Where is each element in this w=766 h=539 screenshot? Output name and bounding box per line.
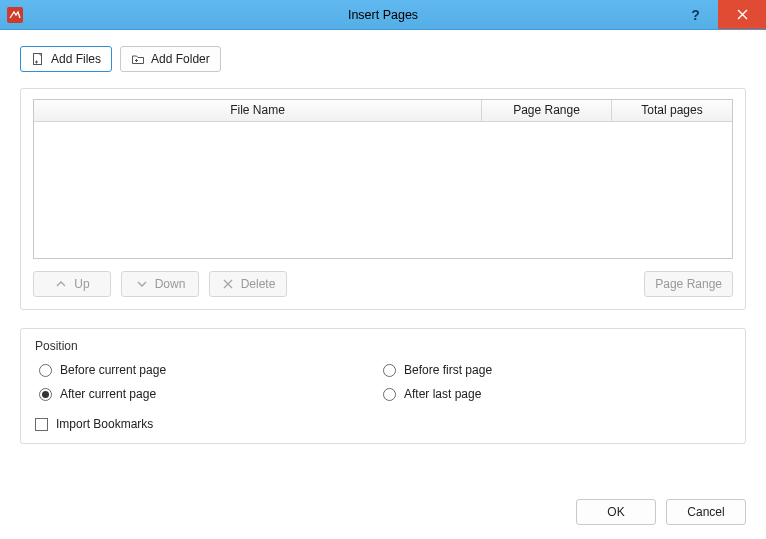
add-folder-icon [131,52,145,66]
page-range-label: Page Range [655,277,722,291]
toolbar: Add Files Add Folder [20,46,746,72]
chevron-up-icon [54,277,68,291]
ok-button[interactable]: OK [576,499,656,525]
table-header: File Name Page Range Total pages [34,100,732,122]
radio-label: Before current page [60,363,166,377]
dialog-footer: OK Cancel [20,487,746,525]
radio-after-current[interactable]: After current page [39,387,383,401]
add-files-label: Add Files [51,52,101,66]
add-file-icon [31,52,45,66]
position-panel: Position Before current page Before firs… [20,328,746,444]
radio-icon [39,364,52,377]
position-options: Before current page Before first page Af… [33,363,733,405]
files-panel: File Name Page Range Total pages Up Down [20,88,746,310]
col-file-name[interactable]: File Name [34,100,482,121]
add-folder-label: Add Folder [151,52,210,66]
window-controls: ? [673,0,766,29]
radio-icon [39,388,52,401]
down-button[interactable]: Down [121,271,199,297]
up-label: Up [74,277,89,291]
ok-label: OK [607,505,624,519]
radio-before-current[interactable]: Before current page [39,363,383,377]
chevron-down-icon [135,277,149,291]
app-icon [4,4,26,26]
radio-icon [383,388,396,401]
cancel-label: Cancel [687,505,724,519]
radio-icon [383,364,396,377]
col-page-range[interactable]: Page Range [482,100,612,121]
radio-before-first[interactable]: Before first page [383,363,727,377]
checkbox-icon [35,418,48,431]
dialog-body: Add Files Add Folder File Name Page Rang… [0,30,766,539]
cancel-button[interactable]: Cancel [666,499,746,525]
titlebar: Insert Pages ? [0,0,766,30]
down-label: Down [155,277,186,291]
position-label: Position [35,339,733,353]
table-actions: Up Down Delete Page Range [33,271,733,297]
window-title: Insert Pages [0,8,766,22]
add-folder-button[interactable]: Add Folder [120,46,221,72]
up-button[interactable]: Up [33,271,111,297]
radio-label: After last page [404,387,481,401]
files-table: File Name Page Range Total pages [33,99,733,259]
import-bookmarks-checkbox[interactable]: Import Bookmarks [33,417,733,431]
radio-label: Before first page [404,363,492,377]
page-range-button[interactable]: Page Range [644,271,733,297]
checkbox-label: Import Bookmarks [56,417,153,431]
delete-button[interactable]: Delete [209,271,287,297]
delete-label: Delete [241,277,276,291]
delete-icon [221,277,235,291]
radio-after-last[interactable]: After last page [383,387,727,401]
table-body[interactable] [34,122,732,258]
close-button[interactable] [718,0,766,29]
add-files-button[interactable]: Add Files [20,46,112,72]
close-icon [737,9,748,20]
radio-label: After current page [60,387,156,401]
help-button[interactable]: ? [673,0,718,29]
col-total-pages[interactable]: Total pages [612,100,732,121]
svg-rect-0 [7,7,23,23]
